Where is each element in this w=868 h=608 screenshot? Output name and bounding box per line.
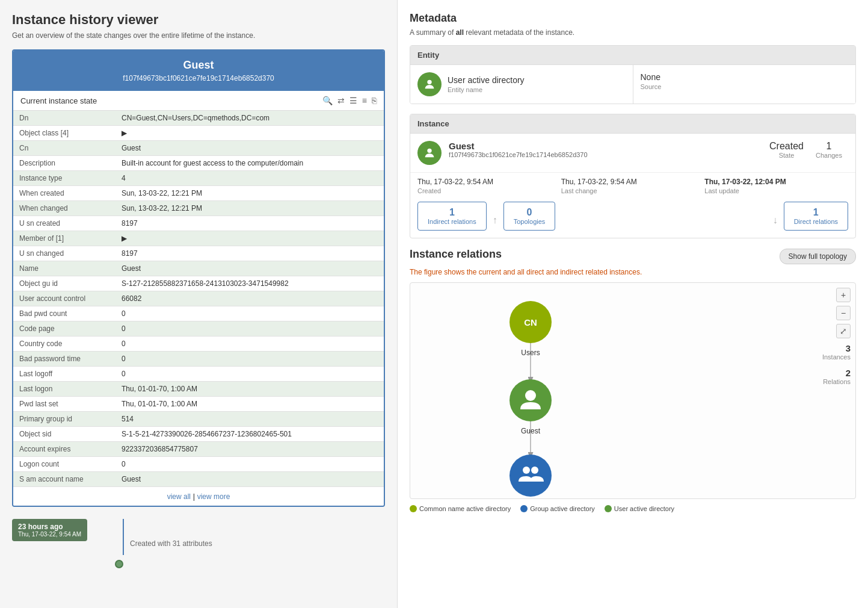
legend-item: Common name active directory	[410, 505, 511, 512]
relations-section: 1 Indirect relations ↑ 0 Topologies ↓ 1 …	[410, 202, 855, 238]
table-row: Last logoff0	[13, 367, 384, 382]
changes-value: 1	[816, 141, 842, 152]
view-more-link[interactable]: view more	[197, 492, 230, 501]
instances-label: Instances	[822, 353, 851, 361]
state-value: Created	[769, 141, 804, 152]
entity-box-header: Entity	[410, 46, 855, 65]
zoom-out-button[interactable]: −	[836, 306, 851, 320]
table-row: When createdSun, 13-03-22, 12:21 PM	[13, 186, 384, 201]
table-row: S am account nameGuest	[13, 472, 384, 487]
svg-text:Guest: Guest	[521, 427, 541, 435]
instance-card: Guest f107f49673bc1f0621ce7fe19c1714eb68…	[12, 49, 385, 507]
attr-key: U sn created	[13, 216, 115, 231]
state-stat: Created State	[769, 141, 804, 159]
right-panel: Metadata A summary of all relevant metad…	[398, 0, 868, 608]
table-row: Bad pwd count0	[13, 306, 384, 321]
attr-value: Built-in account for guest access to the…	[115, 156, 384, 171]
timeline-date: Thu, 17-03-22, 9:54 AM	[18, 531, 81, 538]
last-update-date-value: Thu, 17-03-22, 12:04 PM	[704, 178, 848, 186]
shuffle-icon[interactable]: ⇄	[337, 96, 345, 105]
last-change-date-item: Thu, 17-03-22, 9:54 AM Last change	[561, 178, 705, 194]
view-links: view all | view more	[13, 487, 384, 506]
attr-value: Guest	[115, 472, 384, 487]
table-row: U sn changed8197	[13, 246, 384, 261]
last-update-date-label: Last update	[704, 187, 848, 194]
instance-dates: Thu, 17-03-22, 9:54 AM Created Thu, 17-0…	[410, 172, 855, 202]
legend-item: Group active directory	[520, 505, 595, 512]
attr-value: 514	[115, 412, 384, 427]
zoom-in-button[interactable]: +	[836, 288, 851, 302]
table-row: Code page0	[13, 321, 384, 337]
svg-point-1	[427, 149, 431, 153]
table-row: Pwd last setThu, 01-01-70, 1:00 AM	[13, 397, 384, 412]
attr-value: 8197	[115, 216, 384, 231]
attr-key: Cn	[13, 141, 115, 156]
list-icon-1[interactable]: ☰	[349, 96, 357, 105]
copy-icon[interactable]: ⎘	[372, 96, 377, 105]
table-row: Instance type4	[13, 171, 384, 186]
svg-point-9	[525, 390, 536, 401]
last-change-date-label: Last change	[561, 187, 705, 194]
table-row: Object sidS-1-5-21-4273390026-2854667237…	[13, 427, 384, 442]
indirect-label: Indirect relations	[428, 218, 476, 225]
attr-key: Object sid	[13, 427, 115, 442]
relations-label: Relations	[822, 378, 851, 385]
direct-label: Direct relations	[794, 218, 838, 225]
entity-box-content: User active directory Entity name None S…	[410, 65, 855, 104]
table-row: DnCN=Guest,CN=Users,DC=qmethods,DC=com	[13, 111, 384, 126]
instance-card-toolbar: Current instance state 🔍 ⇄ ☰ ≡ ⎘	[13, 91, 384, 111]
metadata-title: Metadata	[410, 12, 856, 25]
attr-value: S-127-212855882371658-2413103023-3471549…	[115, 276, 384, 291]
attr-value: 66082	[115, 291, 384, 306]
attr-key: When changed	[13, 201, 115, 216]
changes-label: Changes	[816, 152, 842, 159]
entity-item: User active directory Entity name	[410, 65, 633, 104]
attr-value: 0	[115, 306, 384, 321]
view-all-link[interactable]: view all	[167, 492, 191, 501]
left-panel: Instance history viewer Get an overview …	[0, 0, 397, 608]
last-change-date-value: Thu, 17-03-22, 9:54 AM	[561, 178, 705, 186]
attr-value: 0	[115, 321, 384, 337]
svg-text:CN: CN	[524, 317, 537, 327]
instance-meta-name: Guest	[449, 141, 762, 151]
fullscreen-button[interactable]: ⤢	[836, 324, 851, 338]
arrow-up-icon: ↑	[493, 215, 497, 226]
source-sublabel: Source	[641, 83, 849, 90]
page-title: Instance history viewer	[12, 12, 385, 28]
indirect-relations-box[interactable]: 1 Indirect relations	[417, 202, 487, 231]
attr-key: Instance type	[13, 171, 115, 186]
table-row: User account control66082	[13, 291, 384, 306]
show-topology-button[interactable]: Show full topology	[780, 249, 856, 264]
attr-value: ▶	[115, 231, 384, 246]
topologies-box[interactable]: 0 Topologies	[503, 202, 556, 231]
metadata-subtitle: A summary of all relevant metadata of th…	[410, 28, 856, 37]
list-icon-2[interactable]: ≡	[362, 96, 367, 105]
attr-key: Bad pwd count	[13, 306, 115, 321]
instance-relations-section: Instance relations Show full topology Th…	[410, 248, 856, 512]
table-row: Logon count0	[13, 457, 384, 472]
attr-key: Account expires	[13, 442, 115, 457]
instance-relations-title: Instance relations	[410, 248, 502, 261]
table-row: Object gu idS-127-212855882371658-241310…	[13, 276, 384, 291]
relations-count: 2	[822, 368, 851, 378]
table-row: CnGuest	[13, 141, 384, 156]
instance-meta-content: Guest f107f49673bc1f0621ce7fe19c1714eb68…	[410, 134, 855, 172]
entity-name: User active directory	[448, 75, 525, 85]
attr-key: Description	[13, 156, 115, 171]
attr-value: 0	[115, 352, 384, 367]
table-row: Account expires9223372036854775807	[13, 442, 384, 457]
attr-value: 4	[115, 171, 384, 186]
attr-value: 0	[115, 457, 384, 472]
created-date-item: Thu, 17-03-22, 9:54 AM Created	[417, 178, 561, 194]
table-row: When changedSun, 13-03-22, 12:21 PM	[13, 201, 384, 216]
source-name: None	[641, 72, 849, 82]
search-icon[interactable]: 🔍	[322, 96, 333, 105]
direct-relations-box[interactable]: 1 Direct relations	[784, 202, 848, 231]
table-row: NameGuest	[13, 261, 384, 276]
svg-text:Users: Users	[521, 349, 540, 357]
timeline-badge: 23 hours ago Thu, 17-03-22, 9:54 AM	[12, 519, 87, 541]
table-row: DescriptionBuilt-in account for guest ac…	[13, 156, 384, 171]
attr-key: Dn	[13, 111, 115, 126]
created-date-label: Created	[417, 187, 561, 194]
timeline-ago: 23 hours ago	[18, 523, 81, 531]
